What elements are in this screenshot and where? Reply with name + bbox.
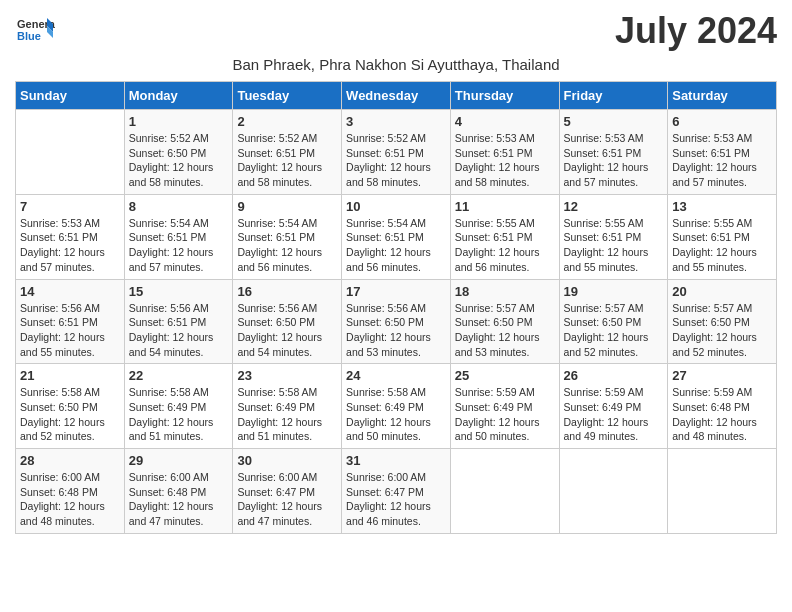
calendar-cell: 1Sunrise: 5:52 AMSunset: 6:50 PMDaylight… xyxy=(124,110,233,195)
day-number: 8 xyxy=(129,199,229,214)
day-number: 16 xyxy=(237,284,337,299)
day-number: 1 xyxy=(129,114,229,129)
day-detail: Sunrise: 5:58 AMSunset: 6:49 PMDaylight:… xyxy=(237,385,337,444)
day-number: 7 xyxy=(20,199,120,214)
day-number: 21 xyxy=(20,368,120,383)
page-header: General Blue July 2024 xyxy=(15,10,777,52)
day-number: 19 xyxy=(564,284,664,299)
logo: General Blue xyxy=(15,10,55,50)
day-detail: Sunrise: 5:57 AMSunset: 6:50 PMDaylight:… xyxy=(564,301,664,360)
calendar-cell: 8Sunrise: 5:54 AMSunset: 6:51 PMDaylight… xyxy=(124,194,233,279)
month-title: July 2024 xyxy=(615,10,777,52)
calendar-cell: 18Sunrise: 5:57 AMSunset: 6:50 PMDayligh… xyxy=(450,279,559,364)
calendar-cell: 27Sunrise: 5:59 AMSunset: 6:48 PMDayligh… xyxy=(668,364,777,449)
day-number: 9 xyxy=(237,199,337,214)
day-number: 29 xyxy=(129,453,229,468)
day-number: 25 xyxy=(455,368,555,383)
day-detail: Sunrise: 5:54 AMSunset: 6:51 PMDaylight:… xyxy=(346,216,446,275)
day-number: 12 xyxy=(564,199,664,214)
day-number: 26 xyxy=(564,368,664,383)
calendar-cell: 30Sunrise: 6:00 AMSunset: 6:47 PMDayligh… xyxy=(233,449,342,534)
day-number: 14 xyxy=(20,284,120,299)
calendar-cell: 12Sunrise: 5:55 AMSunset: 6:51 PMDayligh… xyxy=(559,194,668,279)
day-number: 28 xyxy=(20,453,120,468)
day-detail: Sunrise: 5:58 AMSunset: 6:49 PMDaylight:… xyxy=(346,385,446,444)
calendar-cell: 15Sunrise: 5:56 AMSunset: 6:51 PMDayligh… xyxy=(124,279,233,364)
calendar-cell: 9Sunrise: 5:54 AMSunset: 6:51 PMDaylight… xyxy=(233,194,342,279)
day-detail: Sunrise: 5:59 AMSunset: 6:48 PMDaylight:… xyxy=(672,385,772,444)
day-number: 23 xyxy=(237,368,337,383)
day-detail: Sunrise: 5:53 AMSunset: 6:51 PMDaylight:… xyxy=(20,216,120,275)
calendar-cell: 7Sunrise: 5:53 AMSunset: 6:51 PMDaylight… xyxy=(16,194,125,279)
day-detail: Sunrise: 5:53 AMSunset: 6:51 PMDaylight:… xyxy=(455,131,555,190)
calendar-cell: 23Sunrise: 5:58 AMSunset: 6:49 PMDayligh… xyxy=(233,364,342,449)
calendar-cell: 11Sunrise: 5:55 AMSunset: 6:51 PMDayligh… xyxy=(450,194,559,279)
day-number: 6 xyxy=(672,114,772,129)
calendar-cell: 4Sunrise: 5:53 AMSunset: 6:51 PMDaylight… xyxy=(450,110,559,195)
day-detail: Sunrise: 5:56 AMSunset: 6:51 PMDaylight:… xyxy=(129,301,229,360)
day-detail: Sunrise: 6:00 AMSunset: 6:48 PMDaylight:… xyxy=(20,470,120,529)
day-number: 18 xyxy=(455,284,555,299)
calendar-cell: 20Sunrise: 5:57 AMSunset: 6:50 PMDayligh… xyxy=(668,279,777,364)
day-detail: Sunrise: 6:00 AMSunset: 6:47 PMDaylight:… xyxy=(346,470,446,529)
day-number: 11 xyxy=(455,199,555,214)
day-detail: Sunrise: 5:52 AMSunset: 6:51 PMDaylight:… xyxy=(346,131,446,190)
day-detail: Sunrise: 5:53 AMSunset: 6:51 PMDaylight:… xyxy=(564,131,664,190)
day-of-week-header: Wednesday xyxy=(342,82,451,110)
day-number: 2 xyxy=(237,114,337,129)
day-detail: Sunrise: 5:59 AMSunset: 6:49 PMDaylight:… xyxy=(455,385,555,444)
day-number: 20 xyxy=(672,284,772,299)
calendar-cell: 21Sunrise: 5:58 AMSunset: 6:50 PMDayligh… xyxy=(16,364,125,449)
day-detail: Sunrise: 5:54 AMSunset: 6:51 PMDaylight:… xyxy=(129,216,229,275)
calendar-cell: 31Sunrise: 6:00 AMSunset: 6:47 PMDayligh… xyxy=(342,449,451,534)
page-subtitle: Ban Phraek, Phra Nakhon Si Ayutthaya, Th… xyxy=(15,56,777,73)
day-detail: Sunrise: 6:00 AMSunset: 6:48 PMDaylight:… xyxy=(129,470,229,529)
day-detail: Sunrise: 6:00 AMSunset: 6:47 PMDaylight:… xyxy=(237,470,337,529)
day-number: 17 xyxy=(346,284,446,299)
day-of-week-header: Thursday xyxy=(450,82,559,110)
day-number: 4 xyxy=(455,114,555,129)
calendar-cell: 25Sunrise: 5:59 AMSunset: 6:49 PMDayligh… xyxy=(450,364,559,449)
calendar-cell xyxy=(450,449,559,534)
day-number: 5 xyxy=(564,114,664,129)
calendar-cell: 17Sunrise: 5:56 AMSunset: 6:50 PMDayligh… xyxy=(342,279,451,364)
svg-text:Blue: Blue xyxy=(17,30,41,42)
day-detail: Sunrise: 5:58 AMSunset: 6:50 PMDaylight:… xyxy=(20,385,120,444)
day-number: 3 xyxy=(346,114,446,129)
day-number: 24 xyxy=(346,368,446,383)
calendar-cell: 10Sunrise: 5:54 AMSunset: 6:51 PMDayligh… xyxy=(342,194,451,279)
day-number: 27 xyxy=(672,368,772,383)
calendar-cell xyxy=(16,110,125,195)
day-detail: Sunrise: 5:56 AMSunset: 6:50 PMDaylight:… xyxy=(346,301,446,360)
day-detail: Sunrise: 5:57 AMSunset: 6:50 PMDaylight:… xyxy=(672,301,772,360)
calendar-cell: 26Sunrise: 5:59 AMSunset: 6:49 PMDayligh… xyxy=(559,364,668,449)
day-number: 22 xyxy=(129,368,229,383)
calendar-cell: 3Sunrise: 5:52 AMSunset: 6:51 PMDaylight… xyxy=(342,110,451,195)
day-detail: Sunrise: 5:52 AMSunset: 6:50 PMDaylight:… xyxy=(129,131,229,190)
day-detail: Sunrise: 5:53 AMSunset: 6:51 PMDaylight:… xyxy=(672,131,772,190)
day-number: 13 xyxy=(672,199,772,214)
calendar-cell: 14Sunrise: 5:56 AMSunset: 6:51 PMDayligh… xyxy=(16,279,125,364)
day-detail: Sunrise: 5:55 AMSunset: 6:51 PMDaylight:… xyxy=(455,216,555,275)
calendar-cell: 28Sunrise: 6:00 AMSunset: 6:48 PMDayligh… xyxy=(16,449,125,534)
day-of-week-header: Friday xyxy=(559,82,668,110)
calendar-cell: 13Sunrise: 5:55 AMSunset: 6:51 PMDayligh… xyxy=(668,194,777,279)
day-detail: Sunrise: 5:59 AMSunset: 6:49 PMDaylight:… xyxy=(564,385,664,444)
calendar-cell: 5Sunrise: 5:53 AMSunset: 6:51 PMDaylight… xyxy=(559,110,668,195)
day-detail: Sunrise: 5:56 AMSunset: 6:50 PMDaylight:… xyxy=(237,301,337,360)
day-of-week-header: Tuesday xyxy=(233,82,342,110)
day-detail: Sunrise: 5:57 AMSunset: 6:50 PMDaylight:… xyxy=(455,301,555,360)
calendar-cell xyxy=(668,449,777,534)
calendar-cell: 29Sunrise: 6:00 AMSunset: 6:48 PMDayligh… xyxy=(124,449,233,534)
day-number: 10 xyxy=(346,199,446,214)
calendar-cell: 24Sunrise: 5:58 AMSunset: 6:49 PMDayligh… xyxy=(342,364,451,449)
day-detail: Sunrise: 5:58 AMSunset: 6:49 PMDaylight:… xyxy=(129,385,229,444)
day-of-week-header: Sunday xyxy=(16,82,125,110)
day-detail: Sunrise: 5:55 AMSunset: 6:51 PMDaylight:… xyxy=(672,216,772,275)
day-detail: Sunrise: 5:56 AMSunset: 6:51 PMDaylight:… xyxy=(20,301,120,360)
calendar-cell: 22Sunrise: 5:58 AMSunset: 6:49 PMDayligh… xyxy=(124,364,233,449)
day-number: 31 xyxy=(346,453,446,468)
calendar-cell: 16Sunrise: 5:56 AMSunset: 6:50 PMDayligh… xyxy=(233,279,342,364)
calendar-table: SundayMondayTuesdayWednesdayThursdayFrid… xyxy=(15,81,777,534)
day-detail: Sunrise: 5:55 AMSunset: 6:51 PMDaylight:… xyxy=(564,216,664,275)
